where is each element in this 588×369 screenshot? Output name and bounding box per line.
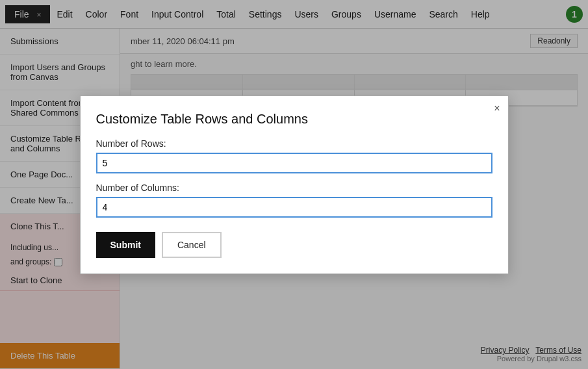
- submit-button[interactable]: Submit: [96, 232, 155, 258]
- columns-input[interactable]: [96, 197, 492, 218]
- modal-close-button[interactable]: ×: [494, 103, 500, 114]
- rows-label: Number of Rows:: [96, 138, 492, 149]
- modal-title: Customize Table Rows and Columns: [96, 112, 492, 127]
- modal-dialog: × Customize Table Rows and Columns Numbe…: [80, 95, 509, 274]
- modal-overlay: × Customize Table Rows and Columns Numbe…: [0, 0, 588, 369]
- columns-label: Number of Columns:: [96, 183, 492, 193]
- cancel-button[interactable]: Cancel: [162, 232, 222, 258]
- modal-actions: Submit Cancel: [96, 232, 492, 258]
- rows-input[interactable]: [96, 153, 492, 173]
